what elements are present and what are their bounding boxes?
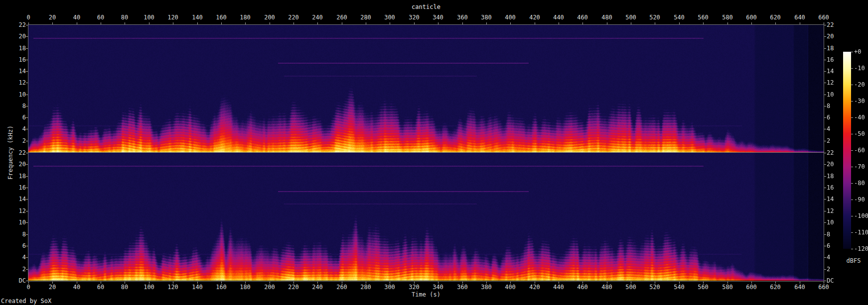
freq-tick-label-left: 12 <box>6 208 26 214</box>
time-tick-label-top: 640 <box>788 14 812 21</box>
freq-tick-right <box>824 211 826 211</box>
time-tick-label-bottom: 420 <box>523 284 547 291</box>
colorbar-tick <box>851 85 853 85</box>
freq-tick-label-left: 20 <box>6 33 26 40</box>
time-tick-label-bottom: 580 <box>716 284 739 291</box>
time-tick-top <box>655 22 655 24</box>
time-tick-label-top: 280 <box>354 14 378 21</box>
freq-tick-right <box>824 257 826 258</box>
time-tick-label-top: 420 <box>523 14 547 21</box>
freq-tick-left <box>26 71 28 72</box>
freq-tick-right <box>824 129 826 129</box>
freq-tick-right <box>824 25 826 25</box>
time-tick-label-top: 40 <box>65 14 89 21</box>
freq-tick-right <box>824 71 826 72</box>
time-tick-label-top: 120 <box>161 14 185 21</box>
freq-tick-label-left: 6 <box>6 243 26 249</box>
freq-tick-label-right: 16 <box>827 57 847 63</box>
time-tick-top <box>77 22 77 24</box>
freq-tick-label-left: 16 <box>6 57 26 63</box>
freq-tick-left <box>26 188 28 188</box>
time-tick-top <box>462 22 463 24</box>
freq-tick-left <box>26 117 28 118</box>
time-tick-label-top: 580 <box>716 14 739 21</box>
colorbar-tick <box>851 216 853 216</box>
time-tick-label-bottom: 0 <box>16 284 40 291</box>
time-tick-label-bottom: 320 <box>402 284 426 291</box>
freq-tick-right <box>824 199 826 200</box>
colorbar-tick <box>851 167 853 167</box>
time-tick-label-top: 500 <box>619 14 643 21</box>
freq-tick-left <box>26 83 28 83</box>
colorbar-tick-label: -30 <box>854 98 865 104</box>
time-tick-top <box>197 22 198 24</box>
freq-tick-label-right: 22 <box>827 150 847 156</box>
time-tick-label-top: 340 <box>426 14 450 21</box>
time-tick-top <box>703 22 704 24</box>
time-tick-label-bottom: 340 <box>426 284 450 291</box>
freq-tick-left <box>26 176 28 177</box>
freq-tick-label-left: 14 <box>6 196 26 203</box>
freq-tick-left <box>26 234 28 235</box>
freq-tick-left <box>26 129 28 129</box>
freq-tick-label-left: 2 <box>6 266 26 273</box>
freq-tick-label-right: 10 <box>827 219 847 226</box>
time-tick-label-bottom: 60 <box>89 284 113 291</box>
freq-tick-label-right: 16 <box>827 185 847 191</box>
time-tick-top <box>824 22 824 24</box>
time-tick-label-top: 400 <box>498 14 522 21</box>
freq-tick-label-right: 22 <box>827 22 847 28</box>
freq-tick-left <box>26 95 28 95</box>
time-tick-label-top: 0 <box>16 14 40 21</box>
time-tick-top <box>52 22 53 24</box>
time-tick-label-top: 600 <box>739 14 763 21</box>
time-tick-label-bottom: 520 <box>643 284 667 291</box>
time-tick-top <box>607 22 607 24</box>
freq-tick-right <box>824 176 826 177</box>
time-tick-top <box>221 22 222 24</box>
freq-tick-left <box>26 269 28 270</box>
time-tick-label-top: 20 <box>40 14 64 21</box>
spectrogram-channel-right <box>28 153 824 281</box>
time-tick-label-bottom: 180 <box>233 284 257 291</box>
time-tick-top <box>582 22 583 24</box>
time-tick-label-top: 300 <box>378 14 402 21</box>
freq-tick-right <box>824 234 826 235</box>
freq-tick-label-left: 22 <box>6 22 26 28</box>
time-tick-label-bottom: 80 <box>113 284 137 291</box>
freq-tick-label-left: 10 <box>6 92 26 98</box>
freq-tick-label-right: 18 <box>827 45 847 52</box>
colorbar-tick-label: -10 <box>854 65 865 72</box>
time-tick-top <box>342 22 342 24</box>
freq-tick-label-right: 14 <box>827 196 847 203</box>
freq-tick-left <box>26 36 28 37</box>
freq-tick-right <box>824 83 826 83</box>
time-tick-label-top: 320 <box>402 14 426 21</box>
time-tick-label-bottom: 200 <box>258 284 282 291</box>
time-tick-top <box>28 22 29 24</box>
freq-tick-right <box>824 281 826 281</box>
time-tick-top <box>751 22 752 24</box>
freq-tick-right <box>824 117 826 118</box>
freq-tick-label-left: 20 <box>6 161 26 168</box>
freq-tick-label-right: 2 <box>827 266 847 273</box>
freq-tick-label-right: 6 <box>827 114 847 121</box>
colorbar-tick <box>851 249 853 249</box>
colorbar-tick <box>851 101 853 102</box>
freq-tick-label-left: 12 <box>6 80 26 86</box>
time-tick-top <box>727 22 728 24</box>
colorbar-tick-label: +0 <box>854 49 861 55</box>
colorbar-tick <box>851 183 853 184</box>
time-tick-top <box>245 22 246 24</box>
time-tick-label-bottom: 620 <box>763 284 787 291</box>
time-tick-label-bottom: 100 <box>137 284 161 291</box>
freq-tick-label-left: 8 <box>6 231 26 238</box>
freq-tick-right <box>824 164 826 165</box>
freq-tick-label-right: DC <box>827 278 847 284</box>
time-tick-label-top: 660 <box>812 14 836 21</box>
freq-tick-label-right: 6 <box>827 243 847 249</box>
time-tick-top <box>414 22 415 24</box>
freq-tick-left <box>26 48 28 49</box>
freq-tick-label-left: DC <box>6 278 26 284</box>
freq-tick-right <box>824 141 826 141</box>
